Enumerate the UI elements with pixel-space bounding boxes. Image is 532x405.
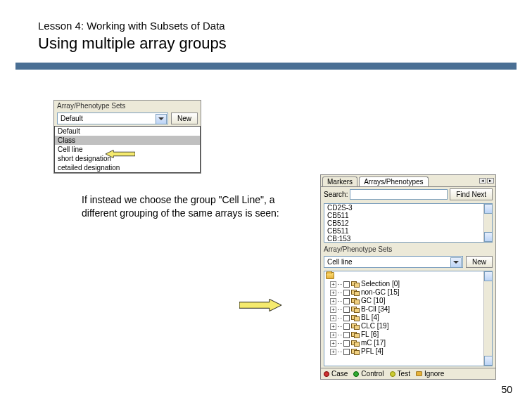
group-icon (351, 332, 360, 338)
page-number: 50 (501, 384, 512, 395)
expander-icon[interactable]: + (330, 340, 336, 347)
tree-label: CLC [19] (361, 322, 388, 330)
tree-row[interactable]: +non-GC [15] (324, 288, 492, 297)
dropdown-value: Cell line (327, 258, 353, 266)
tree-row[interactable]: +BL [4] (324, 314, 492, 322)
sets-title: Array/Phenotype Sets (321, 244, 495, 255)
checkbox[interactable] (343, 298, 350, 304)
expander-icon[interactable]: + (330, 298, 336, 304)
list-item[interactable]: CB511 (324, 227, 492, 235)
option-class[interactable]: Class (55, 136, 200, 145)
expander-icon[interactable]: + (330, 323, 336, 330)
group-icon (351, 349, 360, 355)
body-text: If instead we choose the group "Cell Lin… (82, 193, 307, 220)
arrays-phenotypes-panel: Markers Arrays/Phenotypes ◂ ▸ Search: Fi… (320, 174, 496, 380)
tree-row[interactable]: +B-Cll [34] (324, 305, 492, 314)
tree-row[interactable]: +Selection [0] (324, 280, 492, 288)
tree-label: mC [17] (361, 339, 386, 347)
green-dot-icon (353, 371, 359, 377)
tree-view[interactable]: +Selection [0]+non-GC [15]+GC [10]+B-Cll… (324, 271, 493, 366)
status-ignore[interactable]: Ignore (416, 370, 444, 378)
expander-icon[interactable]: + (330, 281, 336, 288)
expander-icon[interactable]: + (330, 332, 336, 338)
sets-dropdown-right[interactable]: Cell line (324, 256, 463, 268)
tree-label: GC [10] (361, 297, 385, 305)
list-item[interactable]: CB512 (324, 219, 492, 227)
tree-row[interactable]: +PFL [4] (324, 347, 492, 356)
arrays-listbox[interactable]: CD2S-3 CB511 CB512 CB511 CB:153 (324, 203, 493, 243)
panel-title: Array/Phenotype Sets (54, 101, 201, 111)
group-icon (351, 281, 360, 288)
tree-row[interactable]: +CLC [19] (324, 322, 492, 330)
search-label: Search: (324, 191, 348, 198)
scrollbar[interactable] (483, 204, 492, 242)
expander-icon[interactable]: + (330, 307, 336, 313)
sets-dropdown[interactable]: Default (57, 112, 168, 124)
group-icon (351, 290, 360, 296)
expander-icon[interactable]: + (330, 290, 336, 296)
status-bar: Case Control Test Ignore (321, 368, 495, 379)
status-test[interactable]: Test (390, 370, 410, 378)
scroll-right-icon[interactable]: ▸ (487, 178, 494, 184)
divider-bar (15, 63, 517, 70)
folder-open-icon (326, 272, 334, 279)
red-dot-icon (324, 371, 329, 377)
svg-marker-1 (239, 299, 281, 311)
group-icon (351, 315, 360, 321)
checkbox[interactable] (343, 332, 350, 338)
group-icon (351, 340, 360, 347)
dropdown-value: Default (61, 115, 83, 122)
group-icon (351, 323, 360, 330)
tree-scrollbar[interactable] (483, 271, 492, 366)
tab-arrays-phenotypes[interactable]: Arrays/Phenotypes (359, 176, 429, 186)
search-input[interactable] (350, 189, 448, 200)
arrow-right-icon (239, 299, 281, 311)
checkbox[interactable] (343, 323, 350, 330)
group-icon (351, 307, 360, 313)
checkbox[interactable] (343, 281, 350, 288)
expander-icon[interactable]: + (330, 315, 336, 321)
slide-header: Lesson 4: Working with Subsets of Data U… (0, 0, 532, 53)
option-default[interactable]: Default (55, 127, 200, 136)
lesson-label: Lesson 4: Working with Subsets of Data (38, 20, 532, 32)
new-button[interactable]: New (171, 112, 198, 124)
arrow-left-icon (106, 150, 135, 158)
tree-label: PFL [4] (361, 347, 384, 356)
tab-scroll-controls[interactable]: ◂ ▸ (478, 176, 495, 186)
new-button-right[interactable]: New (466, 256, 493, 268)
tree-row[interactable]: +mC [17] (324, 339, 492, 347)
tree-label: Selection [0] (361, 280, 400, 288)
tab-markers[interactable]: Markers (322, 176, 357, 186)
option-detailed-desig[interactable]: cetailed designation (55, 163, 200, 172)
list-item[interactable]: CB511 (324, 212, 492, 219)
checkbox[interactable] (343, 307, 350, 313)
status-control[interactable]: Control (353, 370, 384, 378)
array-sets-panel-left: Array/Phenotype Sets Default New Default… (53, 100, 201, 174)
list-item[interactable]: CD2S-3 (324, 204, 492, 212)
yellow-dot-icon (390, 371, 395, 377)
checkbox[interactable] (343, 315, 350, 321)
scroll-left-icon[interactable]: ◂ (479, 178, 486, 184)
tree-row[interactable]: +GC [10] (324, 297, 492, 305)
status-case[interactable]: Case (324, 370, 348, 378)
tree-label: BL [4] (361, 314, 379, 322)
tree-label: B-Cll [34] (361, 305, 390, 314)
list-item[interactable]: CB:153 (324, 235, 492, 243)
checkbox[interactable] (343, 340, 350, 347)
tree-row[interactable]: +FL [6] (324, 330, 492, 339)
page-title: Using multiple array groups (38, 34, 532, 53)
folder-mini-icon (416, 371, 422, 376)
tabs: Markers Arrays/Phenotypes ◂ ▸ (321, 175, 495, 187)
checkbox[interactable] (343, 290, 350, 296)
svg-marker-0 (106, 150, 135, 158)
tree-label: non-GC [15] (361, 288, 399, 297)
tree-label: FL [6] (361, 330, 379, 339)
expander-icon[interactable]: + (330, 349, 336, 355)
checkbox[interactable] (343, 349, 350, 355)
find-next-button[interactable]: Find Next (450, 188, 493, 200)
group-icon (351, 298, 360, 304)
